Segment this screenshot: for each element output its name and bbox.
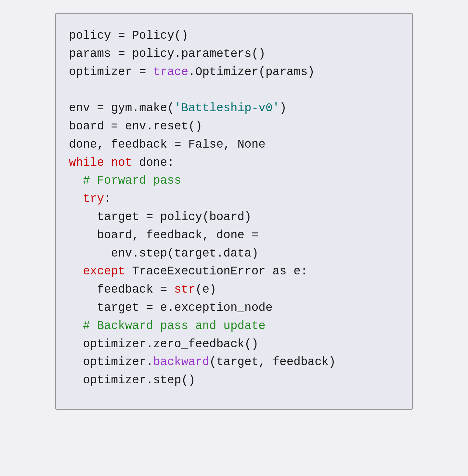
- code-token: :: [104, 192, 111, 205]
- code-token: target = policy(board): [69, 210, 252, 224]
- code-line: try:: [69, 190, 399, 208]
- code-token: feedback =: [69, 283, 174, 296]
- code-token: 'Battleship-v0': [174, 101, 280, 115]
- code-token: try: [83, 192, 104, 205]
- code-block: policy = Policy()params = policy.paramet…: [69, 27, 399, 390]
- code-token: # Backward pass and update: [83, 319, 266, 333]
- code-token: target = e.exception_node: [69, 301, 273, 314]
- code-line: # Backward pass and update: [69, 317, 399, 335]
- code-token: done, feedback = False, None: [69, 138, 266, 151]
- code-line: params = policy.parameters(): [69, 45, 399, 63]
- code-line: board = env.reset(): [69, 117, 399, 136]
- code-token: str: [174, 283, 195, 296]
- code-token: optimizer.zero_feedback(): [69, 337, 258, 351]
- code-line: optimizer.step(): [69, 371, 399, 390]
- code-token: [69, 265, 83, 278]
- code-line: except TraceExecutionError as e:: [69, 262, 399, 281]
- code-line: board, feedback, done =: [69, 226, 399, 245]
- code-token: policy = Policy(): [69, 29, 188, 42]
- code-token: (target, feedback): [209, 355, 336, 369]
- code-line: env.step(target.data): [69, 245, 399, 263]
- code-token: env.step(target.data): [69, 247, 258, 260]
- code-line: env = gym.make('Battleship-v0'): [69, 99, 399, 117]
- code-token: not: [111, 156, 132, 169]
- code-token: optimizer.step(): [69, 374, 195, 387]
- code-token: optimizer =: [69, 65, 153, 79]
- code-line: while not done:: [69, 154, 399, 172]
- code-line: optimizer.backward(target, feedback): [69, 353, 399, 371]
- code-token: trace: [153, 65, 188, 79]
- code-line: target = e.exception_node: [69, 299, 399, 317]
- code-line: # Forward pass: [69, 172, 399, 190]
- code-token: [69, 319, 83, 333]
- code-token: while: [69, 156, 104, 169]
- code-token: [69, 174, 83, 187]
- code-line: target = policy(board): [69, 208, 399, 226]
- code-line: feedback = str(e): [69, 281, 399, 299]
- code-line: policy = Policy(): [69, 27, 399, 45]
- code-token: backward: [153, 355, 209, 369]
- code-line: [69, 81, 399, 99]
- code-container: policy = Policy()params = policy.paramet…: [55, 13, 413, 410]
- code-token: # Forward pass: [83, 174, 181, 187]
- code-line: optimizer = trace.Optimizer(params): [69, 63, 399, 81]
- code-token: .Optimizer(params): [188, 65, 315, 79]
- code-token: TraceExecutionError as e:: [125, 265, 308, 278]
- code-token: board, feedback, done =: [69, 229, 258, 242]
- code-token: params = policy.parameters(): [69, 47, 266, 60]
- code-token: [104, 156, 111, 169]
- code-token: (e): [195, 283, 216, 296]
- code-line: optimizer.zero_feedback(): [69, 335, 399, 353]
- code-token: [69, 192, 83, 205]
- code-token: optimizer.: [69, 355, 153, 369]
- code-line: done, feedback = False, None: [69, 136, 399, 154]
- code-token: done:: [132, 156, 174, 169]
- code-token: ): [280, 101, 287, 115]
- code-token: except: [83, 265, 125, 278]
- code-token: board = env.reset(): [69, 120, 202, 133]
- code-token: env = gym.make(: [69, 101, 174, 115]
